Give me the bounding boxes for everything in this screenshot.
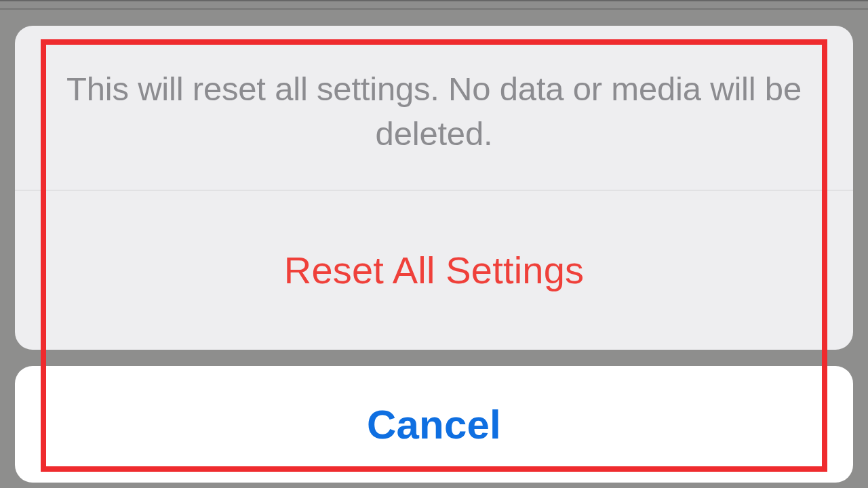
action-sheet-message-text: This will reset all settings. No data or…: [46, 66, 822, 156]
cancel-label: Cancel: [367, 401, 501, 448]
reset-all-settings-button[interactable]: Reset All Settings: [15, 190, 853, 350]
action-sheet-container: This will reset all settings. No data or…: [15, 26, 853, 483]
sheet-gap: [15, 350, 853, 366]
cancel-button[interactable]: Cancel: [15, 366, 853, 483]
reset-all-settings-label: Reset All Settings: [284, 248, 585, 292]
dim-backdrop: This will reset all settings. No data or…: [0, 0, 868, 488]
action-sheet-top-group: This will reset all settings. No data or…: [15, 26, 853, 350]
action-sheet: This will reset all settings. No data or…: [15, 26, 853, 483]
action-sheet-message: This will reset all settings. No data or…: [15, 26, 853, 190]
